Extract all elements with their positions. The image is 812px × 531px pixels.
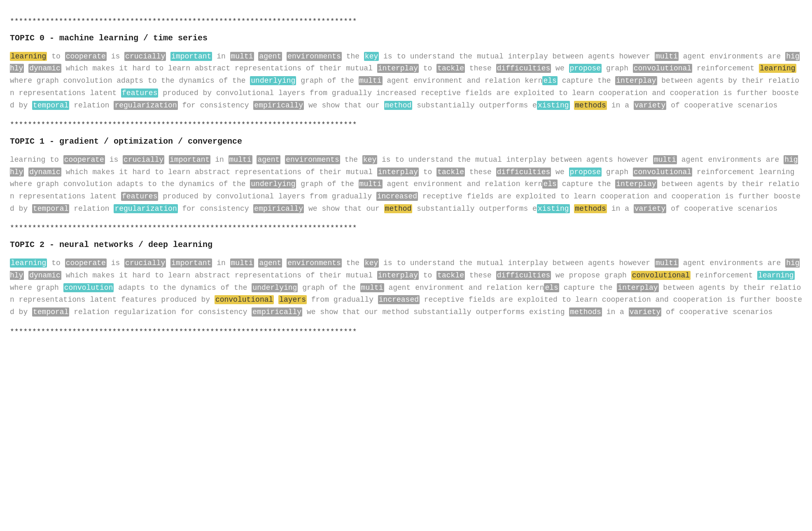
highlighted-word: environments — [287, 259, 342, 268]
plain-word: to — [419, 64, 436, 72]
highlighted-word: regularization — [114, 101, 177, 110]
highlighted-word: interplay — [377, 64, 419, 73]
plain-word: graph of the — [298, 284, 360, 292]
highlighted-word: increased — [378, 295, 420, 304]
highlighted-word: underlying — [250, 179, 296, 189]
highlighted-word: interplay — [377, 271, 419, 280]
highlighted-word: convolution — [63, 283, 114, 292]
highlighted-word: convolutional — [631, 271, 691, 280]
highlighted-word: tackle — [436, 168, 465, 177]
highlighted-word: features — [121, 192, 158, 201]
plain-word: agent environment and relation kern — [384, 284, 544, 292]
plain-word: produced by convolutional layers from gr… — [158, 192, 376, 200]
highlighted-word: method — [384, 204, 413, 213]
highlighted-word: convolutional — [633, 168, 692, 177]
plain-word — [570, 101, 574, 109]
plain-word: we show that our method substantially ou… — [302, 308, 534, 316]
plain-word: the — [342, 259, 364, 267]
highlighted-word: learning — [10, 259, 47, 268]
highlighted-word: els — [544, 283, 559, 292]
highlighted-word: interplay — [617, 283, 658, 292]
plain-word: these — [465, 168, 496, 176]
highlighted-word: els — [542, 179, 557, 189]
main-container: ****************************************… — [10, 16, 802, 338]
plain-word: reinforcement — [691, 271, 757, 279]
plain-word: to — [419, 168, 436, 176]
highlighted-word: environments — [285, 155, 340, 164]
highlighted-word: learning — [757, 271, 794, 280]
highlighted-word: methods — [574, 101, 607, 110]
highlighted-word: cooperate — [63, 155, 105, 164]
plain-word: agent environments are — [677, 156, 784, 164]
highlighted-word: interplay — [615, 76, 657, 85]
plain-word: agent environments are — [679, 259, 785, 267]
plain-word: in a — [607, 101, 634, 109]
highlighted-word: underlying — [252, 283, 298, 292]
highlighted-word: empirically — [253, 101, 304, 110]
plain-word: we show that our — [304, 101, 384, 109]
plain-word: to — [45, 156, 63, 164]
plain-word: in — [210, 156, 228, 164]
topic-1-paragraph-0: learning to cooperate is crucially impor… — [10, 154, 802, 215]
plain-word: xisting — [534, 308, 565, 316]
plain-word: to — [419, 271, 436, 279]
highlighted-word: important — [170, 259, 212, 268]
highlighted-word: interplay — [377, 168, 419, 177]
highlighted-word: difficulties — [496, 168, 551, 177]
plain-word: for consistency — [178, 101, 254, 109]
highlighted-word: propose — [569, 168, 602, 177]
highlighted-word: layers — [278, 295, 307, 304]
highlighted-word: important — [170, 52, 212, 61]
plain-word — [274, 296, 278, 304]
plain-word — [254, 52, 259, 61]
plain-word: agent environment and relation kern — [383, 77, 543, 85]
plain-word — [166, 52, 170, 61]
plain-word: to — [47, 52, 65, 61]
highlighted-word: temporal — [32, 101, 69, 110]
plain-word: capture the — [559, 284, 617, 292]
topic-0-title: TOPIC 0 - machine learning / time series — [10, 32, 802, 45]
plain-word: we — [551, 64, 569, 72]
plain-word: relation — [69, 101, 114, 109]
highlighted-word: multi — [653, 155, 677, 164]
highlighted-word: multi — [359, 179, 383, 189]
plain-word: which makes it hard to learn abstract re… — [61, 64, 377, 72]
highlighted-word: methods — [569, 307, 602, 317]
plain-word: for consistency — [178, 205, 254, 213]
plain-word: agent environments are — [679, 52, 785, 61]
highlighted-word: temporal — [32, 307, 69, 317]
topic-1-title: TOPIC 1 - gradient / optimization / conv… — [10, 135, 802, 148]
highlighted-word: els — [542, 76, 557, 85]
plain-word: in a — [607, 205, 634, 213]
plain-word: the — [342, 52, 364, 61]
plain-word: relation regularization for consistency — [69, 308, 252, 316]
highlighted-word: temporal — [32, 204, 69, 213]
plain-word: capture the — [558, 180, 615, 188]
plain-word: graph — [602, 168, 633, 176]
plain-word: in — [212, 52, 230, 61]
topic-2-paragraph-0: learning to cooperate is crucially impor… — [10, 257, 802, 318]
highlighted-word: features — [121, 88, 158, 98]
divider-after-topic-0: ****************************************… — [10, 119, 802, 131]
plain-word — [282, 52, 287, 61]
plain-word: ere graph — [19, 284, 63, 292]
highlighted-word: multi — [360, 283, 384, 292]
plain-word: these — [465, 64, 496, 72]
highlighted-word: environments — [287, 52, 342, 61]
highlighted-word: method — [384, 101, 413, 110]
highlighted-word: multi — [229, 155, 252, 164]
highlighted-word: multi — [230, 52, 254, 61]
plain-word — [570, 205, 574, 213]
plain-word: is to understand the mutual interplay be… — [377, 156, 653, 164]
highlighted-word: key — [362, 155, 377, 164]
plain-word — [565, 308, 569, 316]
highlighted-word: regularization — [114, 204, 177, 213]
highlighted-word: variety — [634, 101, 667, 110]
divider-after-topic-1: ****************************************… — [10, 222, 802, 234]
plain-word: of cooperative scenarios — [666, 101, 777, 109]
plain-word: learning — [10, 156, 45, 164]
highlighted-word: variety — [634, 204, 667, 213]
plain-word: from gradually — [307, 296, 378, 304]
highlighted-word: crucially — [124, 52, 166, 61]
plain-word: substantially outperforms e — [412, 101, 537, 109]
